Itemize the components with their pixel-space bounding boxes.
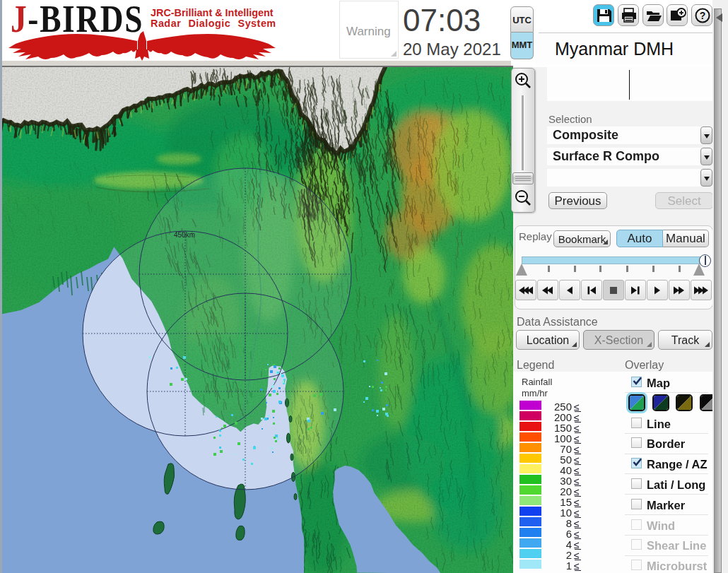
svg-text:450km: 450km [174,231,195,239]
svg-text:?: ? [700,10,706,21]
